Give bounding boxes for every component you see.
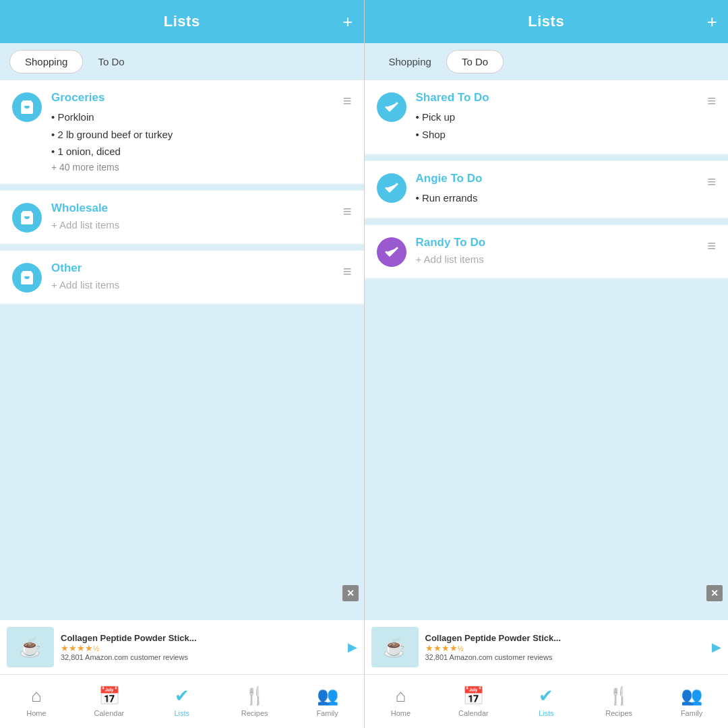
list-item-wholesale[interactable]: Wholesale + Add list items ≡ xyxy=(0,191,364,243)
wholesale-add[interactable]: + Add list items xyxy=(51,219,334,231)
left-ad-stars: ★★★★½ xyxy=(61,643,341,653)
right-recipes-icon: 🍴 xyxy=(608,686,630,706)
shared-todo-item-1: Pick up xyxy=(416,109,698,126)
right-nav-lists[interactable]: ✔ Lists xyxy=(510,675,582,728)
right-family-label: Family xyxy=(681,709,702,717)
right-lists-icon: ✔ xyxy=(539,686,553,706)
right-tab-todo[interactable]: To Do xyxy=(446,50,504,73)
left-family-label: Family xyxy=(316,709,338,717)
right-ad-title: Collagen Peptide Powder Stick... xyxy=(425,633,706,643)
right-nav-home[interactable]: ⌂ Home xyxy=(365,675,437,728)
right-nav-family[interactable]: 👥 Family xyxy=(655,675,728,728)
left-nav-calendar[interactable]: 📅 Calendar xyxy=(73,675,146,728)
left-nav-lists[interactable]: ✔ Lists xyxy=(146,675,218,728)
groceries-item-2: 2 lb ground beef or turkey xyxy=(51,126,334,144)
groceries-more: + 40 more items xyxy=(51,162,334,173)
shared-todo-icon xyxy=(377,92,406,122)
left-ad-title: Collagen Peptide Powder Stick... xyxy=(61,633,341,643)
left-home-icon: ⌂ xyxy=(31,686,42,706)
groceries-title: Groceries xyxy=(51,91,334,104)
right-nav-calendar[interactable]: 📅 Calendar xyxy=(437,675,510,728)
list-item-randy-todo[interactable]: Randy To Do + Add list items ≡ xyxy=(365,225,729,278)
right-ad-stars: ★★★★½ xyxy=(425,643,706,653)
left-ad-reviews: 32,801 Amazon.com customer reviews xyxy=(61,653,341,661)
right-sep-1 xyxy=(365,155,729,160)
shared-todo-menu-icon[interactable]: ≡ xyxy=(707,94,716,109)
left-nav-family[interactable]: 👥 Family xyxy=(291,675,364,728)
left-add-button[interactable]: + xyxy=(342,13,353,30)
left-bottom-nav: ⌂ Home 📅 Calendar ✔ Lists 🍴 Recipes 👥 Fa… xyxy=(0,674,364,728)
left-tab-todo[interactable]: To Do xyxy=(83,50,139,73)
left-sep-2 xyxy=(0,245,364,250)
angie-todo-item-1: Run errands xyxy=(416,189,698,207)
other-title: Other xyxy=(51,262,334,275)
left-ad-section: ✕ ☕ Collagen Peptide Powder Stick... ★★★… xyxy=(0,580,364,674)
right-sep-2 xyxy=(365,219,729,224)
other-icon xyxy=(12,263,42,293)
angie-todo-menu-icon[interactable]: ≡ xyxy=(707,175,716,189)
right-home-label: Home xyxy=(391,709,411,717)
other-add[interactable]: + Add list items xyxy=(51,279,334,291)
other-body: Other + Add list items xyxy=(51,262,334,291)
randy-todo-menu-icon[interactable]: ≡ xyxy=(707,239,716,253)
randy-todo-title: Randy To Do xyxy=(416,236,698,249)
list-item-other[interactable]: Other + Add list items ≡ xyxy=(0,251,364,303)
right-bottom-nav: ⌂ Home 📅 Calendar ✔ Lists 🍴 Recipes 👥 Fa… xyxy=(365,674,729,728)
left-tab-bar: Shopping To Do xyxy=(0,43,364,80)
right-header: Lists + xyxy=(365,0,729,43)
angie-todo-body: Angie To Do Run errands xyxy=(416,172,698,207)
left-ad-arrow: ▶ xyxy=(348,640,357,655)
left-home-label: Home xyxy=(26,709,46,717)
right-home-icon: ⌂ xyxy=(396,686,406,706)
randy-todo-add[interactable]: + Add list items xyxy=(416,253,698,265)
left-sep-3 xyxy=(0,305,364,580)
right-screen: Lists + Shopping To Do Shared To Do Pick… xyxy=(365,0,729,728)
left-nav-home[interactable]: ⌂ Home xyxy=(0,675,73,728)
left-ad-content: ☕ Collagen Peptide Powder Stick... ★★★★½… xyxy=(0,620,364,674)
right-ad-text: Collagen Peptide Powder Stick... ★★★★½ 3… xyxy=(425,633,706,661)
list-item-groceries[interactable]: Groceries Porkloin 2 lb ground beef or t… xyxy=(0,80,364,183)
shared-todo-body: Shared To Do Pick up Shop xyxy=(416,91,698,143)
right-sep-3 xyxy=(365,279,729,580)
right-header-title: Lists xyxy=(528,13,564,30)
left-nav-recipes[interactable]: 🍴 Recipes xyxy=(218,675,291,728)
groceries-menu-icon[interactable]: ≡ xyxy=(343,94,352,109)
left-ad-close[interactable]: ✕ xyxy=(342,585,359,601)
wholesale-icon xyxy=(12,203,42,233)
right-lists-label: Lists xyxy=(539,709,554,717)
groceries-item-1: Porkloin xyxy=(51,109,334,126)
shared-todo-item-2: Shop xyxy=(416,126,698,144)
left-recipes-icon: 🍴 xyxy=(244,686,266,706)
list-item-shared-todo[interactable]: Shared To Do Pick up Shop ≡ xyxy=(365,80,729,154)
groceries-item-3: 1 onion, diced xyxy=(51,143,334,160)
left-ad-text: Collagen Peptide Powder Stick... ★★★★½ 3… xyxy=(61,633,341,661)
left-header-title: Lists xyxy=(164,13,200,30)
angie-todo-title: Angie To Do xyxy=(416,172,698,185)
groceries-icon xyxy=(12,92,42,122)
right-add-button[interactable]: + xyxy=(707,13,717,30)
right-recipes-label: Recipes xyxy=(605,709,632,717)
other-menu-icon[interactable]: ≡ xyxy=(343,264,352,279)
right-tab-shopping[interactable]: Shopping xyxy=(374,50,446,73)
right-nav-recipes[interactable]: 🍴 Recipes xyxy=(582,675,655,728)
right-tab-bar: Shopping To Do xyxy=(365,43,729,80)
randy-todo-body: Randy To Do + Add list items xyxy=(416,236,698,265)
right-ad-image: ☕ xyxy=(371,627,419,667)
main-container: Lists + Shopping To Do Groceries Porkloi… xyxy=(0,0,728,728)
left-header: Lists + xyxy=(0,0,364,43)
left-ad-image: ☕ xyxy=(7,627,54,667)
right-ad-close[interactable]: ✕ xyxy=(706,585,723,601)
left-lists-label: Lists xyxy=(174,709,189,717)
angie-todo-items: Run errands xyxy=(416,189,698,207)
right-ad-reviews: 32,801 Amazon.com customer reviews xyxy=(425,653,706,661)
left-lists-icon: ✔ xyxy=(175,686,189,706)
shared-todo-title: Shared To Do xyxy=(416,91,698,104)
left-recipes-label: Recipes xyxy=(241,709,268,717)
wholesale-body: Wholesale + Add list items xyxy=(51,202,334,231)
left-tab-shopping[interactable]: Shopping xyxy=(9,50,83,73)
right-calendar-icon: 📅 xyxy=(462,686,484,706)
right-calendar-label: Calendar xyxy=(458,709,489,717)
wholesale-menu-icon[interactable]: ≡ xyxy=(343,204,352,219)
list-item-angie-todo[interactable]: Angie To Do Run errands ≡ xyxy=(365,161,729,218)
left-sep-1 xyxy=(0,185,364,190)
